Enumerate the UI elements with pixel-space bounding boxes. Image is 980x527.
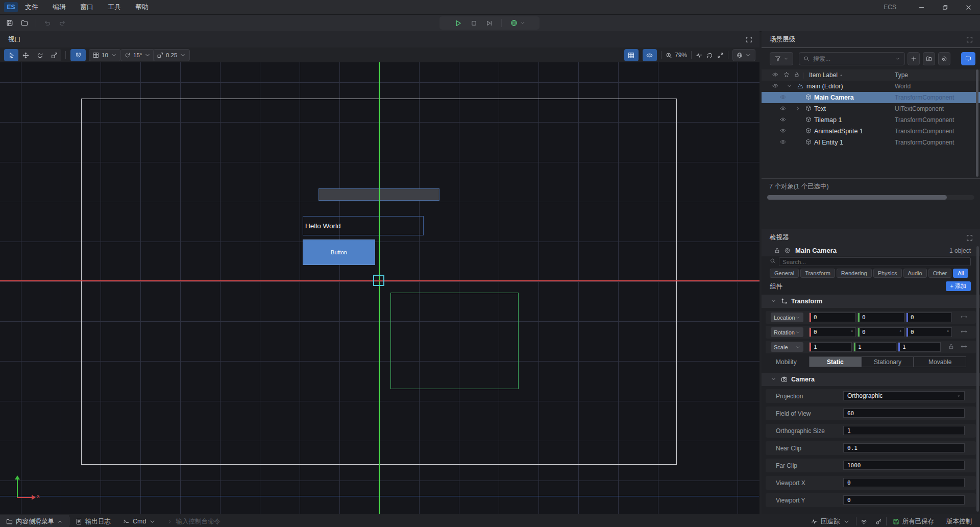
eye-icon[interactable] [772,83,778,89]
rotation-x-field[interactable]: 0° [809,327,856,337]
step-forward-button[interactable] [486,20,493,27]
viewport-y-input[interactable]: 0 [843,495,965,505]
snap-toggle-button[interactable] [70,49,86,61]
eye-icon[interactable] [780,94,786,100]
stats-button[interactable] [696,52,702,59]
menu-tools[interactable]: 工具 [101,0,128,14]
tree-row-ai-entity[interactable]: AI Entity 1 TransformComponent [762,137,980,148]
hierarchy-search-input[interactable]: 搜索... [799,52,905,65]
chevron-down-icon[interactable] [787,83,792,89]
add-folder-button[interactable] [923,52,935,65]
play-button[interactable] [454,19,462,27]
rotation-dropdown[interactable]: Rotation [771,327,803,337]
world-dropdown[interactable] [510,19,525,27]
uniform-scale-lock-icon[interactable] [948,343,954,350]
scale-tool-button[interactable] [47,49,61,61]
maximize-button[interactable] [933,0,957,14]
menu-help[interactable]: 帮助 [128,0,156,14]
menu-edit[interactable]: 编辑 [45,0,73,14]
tree-row-main-camera[interactable]: Main Camera TransformComponent [762,92,980,103]
network-status-button[interactable] [856,515,871,527]
scale-y-field[interactable]: 1 [853,342,896,352]
hierarchy-expand-icon[interactable] [966,36,973,43]
hierarchy-horizontal-scrollbar[interactable] [767,195,974,200]
scene-canvas[interactable]: Hello World Button x [0,62,760,514]
viewport-expand-icon[interactable] [746,36,752,43]
tab-transform[interactable]: Transform [800,269,835,278]
add-entity-button[interactable] [908,52,920,65]
menu-file[interactable]: 文件 [18,0,45,14]
output-log-button[interactable]: 输出日志 [69,515,117,527]
origin-selection-square[interactable] [373,275,384,286]
viewport-world-dropdown[interactable] [732,49,755,61]
location-dropdown[interactable]: Location [771,313,803,322]
inspector-search-input[interactable]: Search... [779,257,971,266]
app-logo[interactable]: ES [4,2,18,12]
inspector-vertical-scrollbar[interactable] [976,246,979,512]
lock-icon[interactable] [774,247,780,254]
close-button[interactable] [957,0,980,14]
tab-physics[interactable]: Physics [873,269,902,278]
lock-column-icon[interactable] [794,71,800,78]
tree-row-text[interactable]: Text UITextComponent [762,103,980,114]
scale-z-field[interactable]: 1 [898,342,941,352]
trace-dropdown[interactable]: 回追踪 [805,515,856,527]
redo-button[interactable] [59,19,66,27]
rotation-z-field[interactable]: 0° [906,327,952,337]
tab-other[interactable]: Other [928,269,952,278]
button-element[interactable]: Button [303,239,375,265]
scale-x-field[interactable]: 1 [809,342,852,352]
tree-row-animatedsprite[interactable]: AnimatedSprite 1 TransformComponent [762,126,980,137]
stop-button[interactable] [471,20,477,27]
far-clip-input[interactable]: 1000 [843,461,965,470]
tab-all[interactable]: All [953,269,968,278]
hierarchy-vertical-scrollbar[interactable] [976,69,978,177]
chevron-right-icon[interactable] [795,106,801,111]
reset-view-button[interactable] [706,52,713,59]
undo-button[interactable] [44,19,51,27]
mobility-static-button[interactable]: Static [809,356,862,367]
near-clip-input[interactable]: 0.1 [843,443,965,452]
eye-icon[interactable] [780,105,786,111]
tab-general[interactable]: General [770,269,799,278]
viewport-x-input[interactable]: 0 [843,478,965,487]
move-tool-button[interactable] [18,49,33,61]
eye-column-icon[interactable] [772,71,778,78]
connection-button[interactable] [871,515,886,527]
select-tool-button[interactable] [4,49,18,61]
gear-icon[interactable] [784,247,791,254]
location-z-field[interactable]: 0 [906,313,952,322]
content-drawer-button[interactable]: 内容侧滑菜单 [0,515,69,527]
orthographic-size-input[interactable]: 1 [843,426,965,435]
tree-row-tilemap[interactable]: Tilemap 1 TransformComponent [762,114,980,126]
rotation-y-field[interactable]: 0° [857,327,904,337]
hierarchy-settings-button[interactable] [938,52,950,65]
column-type[interactable]: Type [895,71,908,79]
save-status[interactable]: 所有已保存 [887,515,941,527]
scrollbar-thumb[interactable] [767,195,947,200]
fullscreen-button[interactable] [717,52,724,59]
save-button[interactable] [6,19,13,27]
menu-window[interactable]: 窗口 [73,0,101,14]
filter-button[interactable] [770,52,793,65]
visibility-button[interactable] [643,49,657,61]
cmd-dropdown[interactable]: Cmd [117,515,162,527]
rotate-snap-dropdown[interactable]: 15° [120,49,155,61]
link-axes-icon[interactable] [961,343,967,350]
add-component-button[interactable]: + 添加 [946,281,971,291]
link-axes-icon[interactable] [961,328,967,335]
eye-icon[interactable] [780,139,786,145]
tree-row-main[interactable]: main (Editor) World [762,81,980,92]
transform-section-header[interactable]: Transform [762,295,980,308]
tab-rendering[interactable]: Rendering [837,269,872,278]
eye-icon[interactable] [780,128,786,134]
hello-world-text-element[interactable]: Hello World [303,216,424,235]
version-control-button[interactable]: 版本控制 [940,515,978,527]
inspector-expand-icon[interactable] [966,234,973,241]
scale-dropdown[interactable]: Scale [771,342,803,352]
location-x-field[interactable]: 0 [809,313,856,322]
open-folder-button[interactable] [21,19,28,27]
link-axes-icon[interactable] [961,314,967,320]
projection-dropdown[interactable]: Orthographic [843,391,965,400]
column-item-label[interactable]: Item Label [809,71,843,79]
